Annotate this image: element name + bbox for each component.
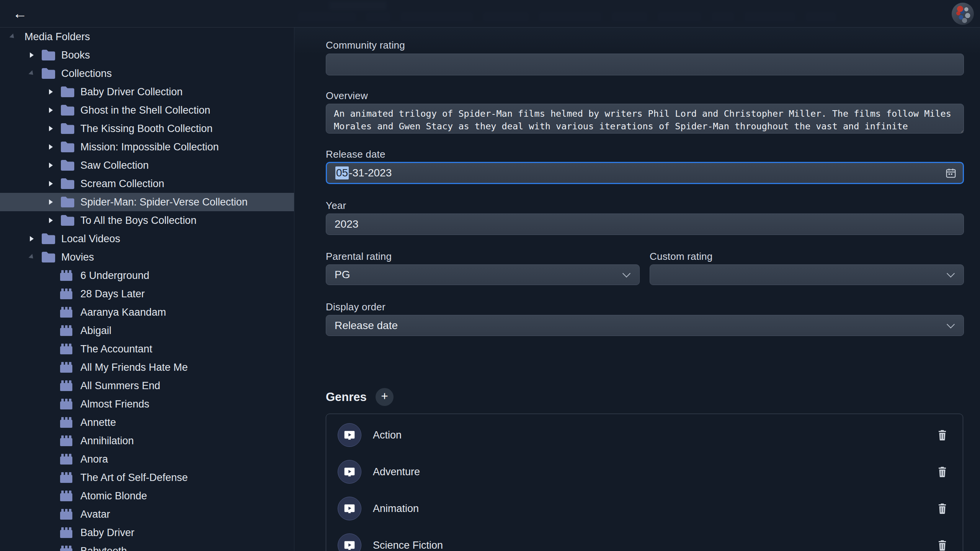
sidebar-item-the-accountant[interactable]: The Accountant xyxy=(0,340,294,358)
caret-spacer xyxy=(45,527,57,538)
add-genre-button[interactable]: + xyxy=(376,388,394,406)
parental-rating-select[interactable]: PG xyxy=(326,264,640,285)
sidebar-item-annihilation[interactable]: Annihilation xyxy=(0,432,294,450)
genre-row-science-fiction[interactable]: Science Fiction xyxy=(326,527,963,551)
sidebar-item-abigail[interactable]: Abigail xyxy=(0,321,294,340)
custom-rating-select[interactable] xyxy=(650,264,964,285)
sidebar-item-label: To All the Boys Collection xyxy=(80,215,196,227)
sidebar-item-label: Ghost in the Shell Collection xyxy=(80,104,210,116)
caret-spacer xyxy=(45,545,57,551)
sidebar-item-label: Atomic Blonde xyxy=(80,490,147,502)
caret-collapsed-icon[interactable] xyxy=(45,215,57,226)
folder-icon xyxy=(60,178,74,190)
sidebar-item-saw-collection[interactable]: Saw Collection xyxy=(0,156,294,174)
sidebar-item-spider-man-spider-verse-collection[interactable]: Spider-Man: Spider-Verse Collection xyxy=(0,193,294,211)
movie-icon xyxy=(60,471,74,484)
release-date-input[interactable]: 05-31-2023 xyxy=(326,162,964,184)
delete-genre-icon[interactable] xyxy=(936,538,949,551)
calendar-icon[interactable] xyxy=(945,167,957,179)
caret-expanded-icon[interactable] xyxy=(26,251,38,263)
chevron-down-icon xyxy=(947,320,955,328)
sidebar-item-label: Avatar xyxy=(80,509,110,520)
sidebar-item-aaranya-kaandam[interactable]: Aaranya Kaandam xyxy=(0,303,294,321)
caret-collapsed-icon[interactable] xyxy=(26,49,38,61)
sidebar-item-label: All My Friends Hate Me xyxy=(80,362,188,373)
release-date-label: Release date xyxy=(326,148,385,160)
caret-collapsed-icon[interactable] xyxy=(45,123,57,134)
genre-row-animation[interactable]: Animation xyxy=(326,490,963,527)
caret-collapsed-icon[interactable] xyxy=(45,196,57,208)
delete-genre-icon[interactable] xyxy=(936,501,949,516)
sidebar-item-label: All Summers End xyxy=(80,380,160,392)
sidebar-item-anora[interactable]: Anora xyxy=(0,450,294,468)
date-segment-rest: -31-2023 xyxy=(349,167,392,179)
sidebar-item-label: Almost Friends xyxy=(80,398,149,410)
sidebar-item-label: Spider-Man: Spider-Verse Collection xyxy=(80,196,248,208)
sidebar-item-all-my-friends-hate-me[interactable]: All My Friends Hate Me xyxy=(0,358,294,377)
sidebar-item-almost-friends[interactable]: Almost Friends xyxy=(0,395,294,413)
display-order-select[interactable]: Release date xyxy=(326,315,964,336)
folder-icon xyxy=(41,49,55,61)
sidebar-item-collections[interactable]: Collections xyxy=(0,64,294,83)
delete-genre-icon[interactable] xyxy=(936,464,949,479)
user-avatar[interactable] xyxy=(952,3,974,25)
movie-icon xyxy=(60,343,74,355)
caret-collapsed-icon[interactable] xyxy=(45,86,57,98)
sidebar-item-the-kissing-booth-collection[interactable]: The Kissing Booth Collection xyxy=(0,119,294,138)
sidebar-item-all-summers-end[interactable]: All Summers End xyxy=(0,377,294,395)
sidebar-item-baby-driver-collection[interactable]: Baby Driver Collection xyxy=(0,83,294,101)
year-input[interactable] xyxy=(326,214,964,235)
caret-collapsed-icon[interactable] xyxy=(45,160,57,171)
caret-collapsed-icon[interactable] xyxy=(26,233,38,245)
genre-row-action[interactable]: Action xyxy=(326,417,963,453)
sidebar-item-baby-driver[interactable]: Baby Driver xyxy=(0,523,294,542)
caret-spacer xyxy=(45,306,57,318)
sidebar-item-to-all-the-boys-collection[interactable]: To All the Boys Collection xyxy=(0,211,294,230)
folder-icon xyxy=(60,196,74,208)
overview-textarea[interactable]: An animated trilogy of Spider-Man films … xyxy=(326,104,964,134)
sidebar-item-ghost-in-the-shell-collection[interactable]: Ghost in the Shell Collection xyxy=(0,101,294,119)
sidebar-item-mission-impossible-collection[interactable]: Mission: Impossible Collection xyxy=(0,138,294,156)
movie-icon xyxy=(60,324,74,337)
folder-icon xyxy=(41,233,55,245)
genre-avatar xyxy=(338,497,361,520)
caret-collapsed-icon[interactable] xyxy=(45,141,57,153)
movie-icon xyxy=(60,269,74,282)
sidebar-item-label: Scream Collection xyxy=(80,178,164,190)
sidebar-item-28-days-later[interactable]: 28 Days Later xyxy=(0,285,294,303)
sidebar-item-atomic-blonde[interactable]: Atomic Blonde xyxy=(0,487,294,505)
folder-icon xyxy=(60,214,74,227)
sidebar-item-6-underground[interactable]: 6 Underground xyxy=(0,266,294,285)
sidebar-item-movies[interactable]: Movies xyxy=(0,248,294,266)
caret-spacer xyxy=(45,325,57,336)
caret-expanded-icon[interactable] xyxy=(26,68,38,79)
sidebar-item-local-videos[interactable]: Local Videos xyxy=(0,230,294,248)
caret-expanded-icon[interactable] xyxy=(7,31,18,42)
sidebar-item-label: Annette xyxy=(80,417,116,429)
sidebar-item-label: Collections xyxy=(61,68,112,80)
caret-collapsed-icon[interactable] xyxy=(45,178,57,189)
sidebar-item-label: Media Folders xyxy=(24,31,90,43)
overview-label: Overview xyxy=(326,90,368,102)
sidebar-item-media-folders[interactable]: Media Folders xyxy=(0,28,294,46)
sidebar-item-annette[interactable]: Annette xyxy=(0,413,294,432)
movie-icon xyxy=(60,398,74,410)
delete-genre-icon[interactable] xyxy=(936,427,949,443)
back-button[interactable]: ← xyxy=(8,2,32,26)
movie-icon xyxy=(60,380,74,392)
caret-collapsed-icon[interactable] xyxy=(45,104,57,116)
sidebar-item-label: Baby Driver Collection xyxy=(80,86,183,98)
community-rating-input[interactable] xyxy=(326,54,964,75)
sidebar-item-the-art-of-self-defense[interactable]: The Art of Self-Defense xyxy=(0,468,294,487)
sidebar-item-scream-collection[interactable]: Scream Collection xyxy=(0,174,294,193)
sidebar-item-avatar[interactable]: Avatar xyxy=(0,505,294,523)
caret-spacer xyxy=(45,398,57,410)
sidebar-item-books[interactable]: Books xyxy=(0,46,294,64)
custom-rating-label: Custom rating xyxy=(650,251,712,262)
movie-icon xyxy=(60,508,74,520)
sidebar-item-babyteeth[interactable]: Babyteeth xyxy=(0,542,294,551)
sidebar-item-label: Babyteeth xyxy=(80,545,127,551)
movie-icon xyxy=(60,453,74,465)
sidebar-item-label: Anora xyxy=(80,453,108,465)
genre-row-adventure[interactable]: Adventure xyxy=(326,453,963,490)
